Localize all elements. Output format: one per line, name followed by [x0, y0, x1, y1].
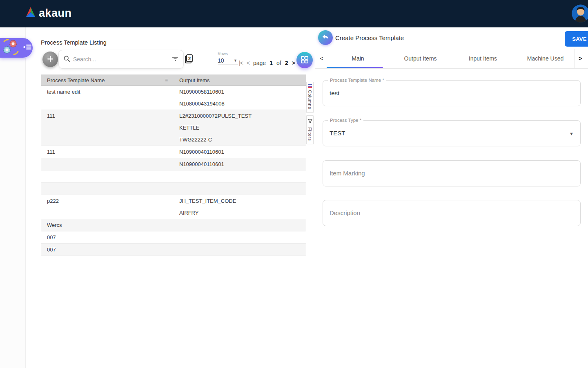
cell-template-name: 007 [41, 244, 174, 256]
tabs-scroll-left-icon[interactable]: < [320, 55, 323, 62]
cell-template-name: 111 [41, 146, 174, 158]
active-tab-indicator [327, 67, 383, 68]
create-process-template-panel: Create Process Template SAVE < Main Outp… [315, 27, 588, 368]
columns-icon [308, 84, 312, 88]
tab-output-items[interactable]: Output Items [389, 49, 452, 68]
cell-output-items: N10900040110601 [174, 158, 306, 170]
grid-view-button[interactable] [296, 52, 313, 68]
rows-value: 10 [218, 57, 224, 64]
cell-template-name [41, 158, 174, 170]
columns-panel-toggle[interactable]: Columns [306, 82, 314, 113]
left-sidebar [0, 27, 26, 368]
gears-icon [2, 38, 20, 57]
process-template-name-field[interactable]: Process Template Name * test [323, 80, 581, 106]
table-row[interactable]: 007 [41, 231, 306, 244]
table-row[interactable]: test name editN10900058110601N1080004319… [41, 86, 306, 110]
cell-output-items: L2#2310000072PULSE_TESTKETTLETWG22222-C [174, 110, 306, 146]
search-box [58, 50, 184, 69]
column-header-name[interactable]: Process Template Name ≡ [41, 75, 174, 85]
grid-icon [301, 56, 308, 65]
brand-logo: akaun [25, 7, 72, 20]
table-row[interactable]: 111L2#2310000072PULSE_TESTKETTLETWG22222… [41, 110, 306, 146]
prev-page-icon[interactable]: < [247, 60, 249, 66]
tabs-divider [575, 49, 575, 68]
plus-icon [47, 56, 53, 63]
user-avatar[interactable] [571, 4, 588, 23]
page-word: page [253, 60, 266, 66]
cell-template-name [41, 183, 174, 195]
table-row[interactable]: Wercs [41, 219, 306, 231]
app-root: akaun [0, 0, 588, 368]
cell-template-name: Wercs [41, 219, 174, 231]
cell-output-items [174, 219, 306, 231]
output-item-line: N10900040110601 [179, 158, 300, 170]
cell-output-items [174, 183, 306, 195]
of-word: of [276, 60, 281, 66]
item-marking-field[interactable]: Item Marking [323, 160, 581, 186]
table-row[interactable] [41, 171, 306, 183]
logo-text: akaun [39, 7, 72, 20]
output-item-line: KETTLE [179, 122, 300, 134]
back-arrow-icon [322, 34, 329, 42]
table-row[interactable]: 111N10900040110601 [41, 146, 306, 158]
detail-title: Create Process Template [335, 34, 404, 41]
cell-template-name: 007 [41, 231, 174, 243]
detail-tabs-bar: < Main Output Items Input Items Machine … [315, 49, 588, 69]
cell-output-items: JH_TEST_ITEM_CODEAIRFRY [174, 195, 306, 219]
cell-template-name: p222 [41, 195, 174, 219]
tab-main[interactable]: Main [327, 49, 389, 68]
column-header-outputs[interactable]: Output Items [174, 75, 306, 85]
svg-text:2: 2 [188, 56, 191, 61]
output-item-line: N10800043194008 [179, 98, 300, 110]
page-title: Process Template Listing [41, 39, 107, 46]
tab-input-items[interactable]: Input Items [452, 49, 514, 68]
table-row[interactable]: N10900040110601 [41, 158, 306, 171]
cell-output-items: N10900058110601N10800043194008 [174, 86, 306, 110]
current-page: 1 [270, 60, 273, 66]
search-input[interactable] [73, 56, 169, 63]
cell-template-name: 111 [41, 110, 174, 146]
search-icon [64, 56, 70, 63]
process-template-listing-panel: Process Template Listing [26, 27, 315, 368]
next-page-icon[interactable]: > [292, 60, 294, 66]
output-item-line: L2#2310000072PULSE_TEST [179, 110, 300, 122]
output-item-line: AIRFRY [179, 207, 300, 219]
drag-handle-icon[interactable]: ≡ [165, 77, 168, 83]
process-type-select[interactable]: Process Type * TEST ▼ [323, 120, 581, 146]
filters-panel-toggle[interactable]: Filters [306, 115, 314, 144]
logo-triangle-icon [25, 7, 36, 20]
table-side-strip: Columns Filters [306, 82, 314, 147]
filter-funnel-icon [308, 118, 312, 125]
output-item-line: N10900040110601 [179, 146, 300, 158]
tabs-scroll-right-icon[interactable]: > [579, 55, 582, 62]
workspace-menu-button[interactable] [0, 38, 33, 58]
table-row[interactable]: p222JH_TEST_ITEM_CODEAIRFRY [41, 195, 306, 219]
output-item-line: TWG22222-C [179, 134, 300, 146]
filter-lines-icon[interactable] [172, 56, 178, 63]
first-page-icon[interactable]: |< [239, 60, 243, 66]
back-button[interactable] [318, 30, 333, 45]
cell-template-name: test name edit [41, 86, 174, 110]
table-row[interactable]: 007 [41, 244, 306, 256]
pagination: |< < page 1 of 2 > >| [239, 60, 303, 66]
cell-output-items [174, 231, 306, 243]
table-header: Process Template Name ≡ Output Items [41, 75, 306, 86]
pages-icon[interactable]: 2 [185, 54, 194, 66]
tab-machine-used[interactable]: Machine Used [514, 49, 577, 68]
save-button[interactable]: SAVE [565, 31, 588, 47]
cell-template-name [41, 171, 174, 182]
process-template-table: Process Template Name ≡ Output Items tes… [41, 74, 306, 326]
output-item-line: JH_TEST_ITEM_CODE [179, 195, 300, 207]
description-field[interactable]: Description [323, 200, 581, 226]
dropdown-caret-icon[interactable]: ▼ [569, 131, 574, 136]
top-bar: akaun [0, 0, 588, 27]
table-row[interactable] [41, 183, 306, 195]
cell-output-items [174, 244, 306, 256]
add-template-button[interactable] [42, 52, 58, 67]
cell-output-items [174, 171, 306, 182]
cell-output-items: N10900040110601 [174, 146, 306, 158]
rows-label: Rows [218, 52, 243, 56]
total-pages: 2 [285, 60, 288, 66]
menu-expand-icon [23, 43, 32, 52]
table-body: test name editN10900058110601N1080004319… [41, 86, 306, 326]
